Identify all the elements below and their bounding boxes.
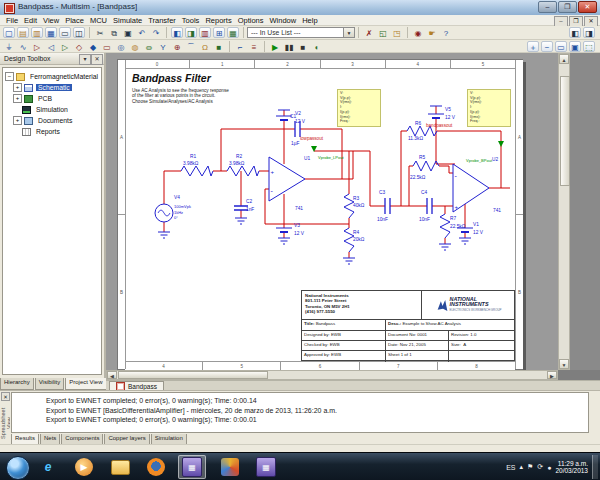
design-toolbox-icon[interactable]: ◧ (171, 27, 183, 38)
action-center-flag-icon[interactable]: ⚑ (527, 463, 533, 471)
pane-left-icon[interactable]: ◧ (569, 27, 581, 38)
transfer-icon[interactable]: ◳ (391, 27, 403, 38)
tree-item-reports[interactable]: Reports (3, 126, 101, 137)
language-indicator[interactable]: ES (506, 464, 515, 471)
tree-item-pcb[interactable]: + PCB (3, 93, 101, 104)
probe-readout-box-lowpass[interactable]: V:V(p-p): V(rms):I: I(p-p):I(rms): Freq.… (337, 89, 381, 127)
tree-item-schematic[interactable]: + Schematic (3, 82, 101, 93)
menu-place[interactable]: Place (62, 16, 87, 25)
zoom-out-icon[interactable]: − (541, 41, 553, 52)
tab-hierarchy[interactable]: Hierarchy (0, 378, 34, 390)
menu-file[interactable]: File (3, 16, 21, 25)
schematic-sheet[interactable]: 0 1 2 3 4 5 4 5 6 7 8 A B A B (117, 59, 523, 370)
tray-expand-icon[interactable]: ▴ (520, 463, 524, 471)
rf-component-icon[interactable]: ⌒ (185, 41, 197, 52)
menu-transfer[interactable]: Transfer (145, 16, 179, 25)
taskbar-ni-app-button[interactable] (216, 455, 244, 479)
alert-icon[interactable]: ● (547, 464, 551, 471)
misc-component-icon[interactable]: Y (157, 41, 169, 52)
vertical-scroll-thumb[interactable] (560, 76, 570, 186)
menu-help[interactable]: Help (299, 16, 320, 25)
copy-icon[interactable]: ⧉ (108, 27, 120, 38)
menu-edit[interactable]: Edit (21, 16, 40, 25)
fullscreen-icon[interactable]: ⬚ (583, 41, 595, 52)
show-desktop-button[interactable] (592, 455, 598, 479)
zoom-in-icon[interactable]: ＋ (527, 41, 539, 52)
run-simulation-icon[interactable]: ▶ (269, 41, 281, 52)
combo-dropdown-icon[interactable]: ▼ (343, 28, 354, 37)
grapher-icon[interactable]: ▦ (227, 27, 239, 38)
print-preview-icon[interactable]: ◫ (73, 27, 85, 38)
expand-icon[interactable]: + (13, 94, 22, 103)
electromech-icon[interactable]: Ω (199, 41, 211, 52)
vertical-scrollbar[interactable]: ▲ ▼ (558, 53, 570, 370)
menu-window[interactable]: Window (267, 16, 300, 25)
cmos-component-icon[interactable]: ◆ (87, 41, 99, 52)
horizontal-scroll-thumb[interactable] (118, 371, 268, 379)
spreadsheet-view-icon[interactable]: ◨ (185, 27, 197, 38)
menu-options[interactable]: Options (235, 16, 267, 25)
print-icon[interactable]: ▭ (59, 27, 71, 38)
minimize-button[interactable]: – (538, 1, 557, 13)
erc-icon[interactable]: ✗ (363, 27, 375, 38)
taskbar-multisim-button-active[interactable]: ▦ (178, 455, 206, 479)
cut-icon[interactable]: ✂ (94, 27, 106, 38)
component-symbols[interactable] (155, 106, 489, 264)
taskbar-ie-button[interactable]: e (34, 455, 62, 479)
sync-icon[interactable]: ⟳ (537, 463, 543, 471)
basic-component-icon[interactable]: ∿ (17, 41, 29, 52)
taskbar-media-player-button[interactable]: ▶ (70, 455, 98, 479)
paste-icon[interactable]: ▣ (122, 27, 134, 38)
analog-component-icon[interactable]: ▷ (59, 41, 71, 52)
scroll-down-icon[interactable]: ▼ (559, 359, 569, 369)
pause-simulation-icon[interactable]: ▮▮ (283, 41, 295, 52)
undo-icon[interactable]: ↶ (136, 27, 148, 38)
maximize-button[interactable]: ❐ (558, 1, 577, 13)
find-icon[interactable]: ◉ (412, 27, 424, 38)
scroll-right-icon[interactable]: ▶ (547, 371, 557, 379)
schematic-canvas[interactable]: 0 1 2 3 4 5 4 5 6 7 8 A B A B (106, 53, 558, 370)
source-component-icon[interactable]: ⏚ (3, 41, 15, 52)
menu-simulate[interactable]: Simulate (110, 16, 145, 25)
advanced-peripherals-icon[interactable]: ⊕ (171, 41, 183, 52)
tab-visibility[interactable]: Visibility (35, 378, 65, 390)
diode-component-icon[interactable]: ▷ (31, 41, 43, 52)
spreadsheet-close-icon[interactable]: ✕ (1, 392, 10, 401)
component-wizard-icon[interactable]: ⊞ (213, 27, 225, 38)
capture-icon[interactable]: ◱ (377, 27, 389, 38)
power-component-icon[interactable]: ⏛ (143, 41, 155, 52)
wire-tool-icon[interactable]: ⌐ (234, 41, 246, 52)
open-icon[interactable]: ▤ (17, 27, 29, 38)
save-icon[interactable]: ▦ (45, 27, 57, 38)
misc-digital-icon[interactable]: ▭ (101, 41, 113, 52)
expand-icon[interactable]: + (13, 116, 22, 125)
hand-icon[interactable]: ☛ (426, 27, 438, 38)
probe-flag-bandpass[interactable] (498, 141, 504, 147)
zoom-fit-icon[interactable]: ▣ (569, 41, 581, 52)
menu-tools[interactable]: Tools (179, 16, 203, 25)
start-button[interactable] (6, 456, 30, 480)
collapse-icon[interactable]: − (5, 72, 14, 81)
stop-simulation-icon[interactable]: ■ (297, 41, 309, 52)
panel-pin-button[interactable]: ▾ (79, 54, 91, 65)
menu-reports[interactable]: Reports (202, 16, 234, 25)
taskbar-firefox-button[interactable] (142, 455, 170, 479)
transistor-component-icon[interactable]: ◁ (45, 41, 57, 52)
tree-item-documents[interactable]: + Documents (3, 115, 101, 126)
indicator-component-icon[interactable]: ◍ (129, 41, 141, 52)
sim-switch-icon[interactable]: ◐ (311, 41, 323, 52)
panel-close-button[interactable]: ✕ (91, 54, 103, 65)
scroll-left-icon[interactable]: ◀ (107, 371, 117, 379)
probe-readout-box-bandpass[interactable]: V:V(p-p): V(rms):I: I(p-p):I(rms): Freq.… (467, 89, 511, 127)
redo-icon[interactable]: ↷ (150, 27, 162, 38)
ni-component-icon[interactable]: ■ (213, 41, 225, 52)
net-label-bandpassout[interactable]: bandpassout (426, 123, 453, 128)
open-sample-icon[interactable]: ▥ (31, 27, 43, 38)
pane-right-icon[interactable]: ◨ (583, 27, 595, 38)
menu-mcu[interactable]: MCU (87, 16, 110, 25)
ttl-component-icon[interactable]: ◇ (73, 41, 85, 52)
taskbar-explorer-button[interactable] (106, 455, 134, 479)
tab-project-view[interactable]: Project View (65, 378, 106, 390)
database-icon[interactable]: ▥ (199, 27, 211, 38)
tree-item-root[interactable]: − FerromagneticMaterial (3, 71, 101, 82)
